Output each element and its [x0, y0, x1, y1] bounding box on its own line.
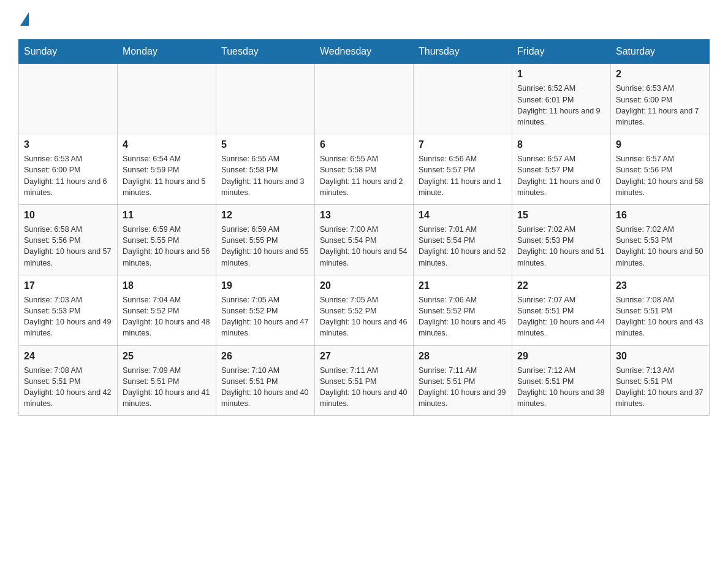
calendar-cell	[216, 64, 315, 134]
day-info: Sunrise: 6:53 AMSunset: 6:00 PMDaylight:…	[616, 83, 704, 128]
calendar-cell: 15Sunrise: 7:02 AMSunset: 5:53 PMDayligh…	[512, 204, 611, 275]
day-number: 8	[517, 138, 605, 151]
day-info: Sunrise: 7:01 AMSunset: 5:54 PMDaylight:…	[419, 224, 507, 269]
day-number: 16	[616, 209, 704, 222]
day-info: Sunrise: 7:13 AMSunset: 5:51 PMDaylight:…	[616, 365, 704, 410]
calendar-cell: 19Sunrise: 7:05 AMSunset: 5:52 PMDayligh…	[216, 275, 315, 345]
day-info: Sunrise: 6:59 AMSunset: 5:55 PMDaylight:…	[221, 224, 309, 269]
calendar-cell: 12Sunrise: 6:59 AMSunset: 5:55 PMDayligh…	[216, 204, 315, 275]
calendar-cell: 4Sunrise: 6:54 AMSunset: 5:59 PMDaylight…	[118, 134, 216, 204]
day-number: 19	[221, 279, 309, 293]
day-number: 9	[616, 138, 704, 151]
day-info: Sunrise: 6:57 AMSunset: 5:56 PMDaylight:…	[616, 153, 704, 198]
calendar-cell	[19, 64, 118, 134]
calendar-cell: 7Sunrise: 6:56 AMSunset: 5:57 PMDaylight…	[414, 134, 512, 204]
day-info: Sunrise: 7:08 AMSunset: 5:51 PMDaylight:…	[24, 365, 112, 410]
day-number: 10	[24, 209, 112, 222]
day-info: Sunrise: 7:12 AMSunset: 5:51 PMDaylight:…	[517, 365, 605, 410]
day-number: 26	[221, 350, 309, 363]
calendar-cell: 20Sunrise: 7:05 AMSunset: 5:52 PMDayligh…	[315, 275, 414, 345]
day-info: Sunrise: 7:00 AMSunset: 5:54 PMDaylight:…	[320, 224, 408, 269]
day-info: Sunrise: 7:02 AMSunset: 5:53 PMDaylight:…	[517, 224, 605, 269]
day-info: Sunrise: 6:58 AMSunset: 5:56 PMDaylight:…	[24, 224, 112, 269]
day-info: Sunrise: 7:09 AMSunset: 5:51 PMDaylight:…	[123, 365, 211, 410]
calendar-cell: 9Sunrise: 6:57 AMSunset: 5:56 PMDaylight…	[611, 134, 710, 204]
col-friday: Friday	[512, 40, 611, 64]
calendar-header-row: Sunday Monday Tuesday Wednesday Thursday…	[19, 40, 710, 64]
day-info: Sunrise: 6:55 AMSunset: 5:58 PMDaylight:…	[221, 153, 309, 198]
day-number: 14	[419, 209, 507, 222]
calendar-cell: 29Sunrise: 7:12 AMSunset: 5:51 PMDayligh…	[512, 345, 611, 416]
day-info: Sunrise: 6:54 AMSunset: 5:59 PMDaylight:…	[123, 153, 211, 198]
day-number: 25	[123, 350, 211, 363]
calendar-cell: 13Sunrise: 7:00 AMSunset: 5:54 PMDayligh…	[315, 204, 414, 275]
day-number: 7	[419, 138, 507, 151]
calendar-table: Sunday Monday Tuesday Wednesday Thursday…	[18, 39, 710, 416]
page-header	[18, 12, 710, 27]
calendar-cell: 5Sunrise: 6:55 AMSunset: 5:58 PMDaylight…	[216, 134, 315, 204]
calendar-cell: 14Sunrise: 7:01 AMSunset: 5:54 PMDayligh…	[414, 204, 512, 275]
calendar-cell: 17Sunrise: 7:03 AMSunset: 5:53 PMDayligh…	[19, 275, 118, 345]
day-number: 11	[123, 209, 211, 222]
day-info: Sunrise: 7:10 AMSunset: 5:51 PMDaylight:…	[221, 365, 309, 410]
day-number: 24	[24, 350, 112, 363]
day-info: Sunrise: 7:11 AMSunset: 5:51 PMDaylight:…	[320, 365, 408, 410]
logo-triangle-icon	[20, 12, 29, 26]
day-info: Sunrise: 7:03 AMSunset: 5:53 PMDaylight:…	[24, 294, 112, 339]
day-number: 23	[616, 279, 704, 293]
day-number: 20	[320, 279, 408, 293]
calendar-cell: 3Sunrise: 6:53 AMSunset: 6:00 PMDaylight…	[19, 134, 118, 204]
week-row-1: 1Sunrise: 6:52 AMSunset: 6:01 PMDaylight…	[19, 64, 710, 134]
calendar-cell: 8Sunrise: 6:57 AMSunset: 5:57 PMDaylight…	[512, 134, 611, 204]
col-saturday: Saturday	[611, 40, 710, 64]
calendar-cell: 24Sunrise: 7:08 AMSunset: 5:51 PMDayligh…	[19, 345, 118, 416]
calendar-cell: 16Sunrise: 7:02 AMSunset: 5:53 PMDayligh…	[611, 204, 710, 275]
day-info: Sunrise: 7:04 AMSunset: 5:52 PMDaylight:…	[123, 294, 211, 339]
col-wednesday: Wednesday	[315, 40, 414, 64]
day-info: Sunrise: 6:52 AMSunset: 6:01 PMDaylight:…	[517, 83, 605, 128]
day-number: 18	[123, 279, 211, 293]
day-info: Sunrise: 6:56 AMSunset: 5:57 PMDaylight:…	[419, 153, 507, 198]
day-number: 3	[24, 138, 112, 151]
day-info: Sunrise: 6:57 AMSunset: 5:57 PMDaylight:…	[517, 153, 605, 198]
calendar-cell: 21Sunrise: 7:06 AMSunset: 5:52 PMDayligh…	[414, 275, 512, 345]
day-number: 2	[616, 67, 704, 81]
day-number: 5	[221, 138, 309, 151]
calendar-cell	[414, 64, 512, 134]
calendar-cell: 22Sunrise: 7:07 AMSunset: 5:51 PMDayligh…	[512, 275, 611, 345]
day-number: 12	[221, 209, 309, 222]
calendar-cell: 25Sunrise: 7:09 AMSunset: 5:51 PMDayligh…	[118, 345, 216, 416]
day-number: 29	[517, 350, 605, 363]
day-info: Sunrise: 7:07 AMSunset: 5:51 PMDaylight:…	[517, 294, 605, 339]
week-row-3: 10Sunrise: 6:58 AMSunset: 5:56 PMDayligh…	[19, 204, 710, 275]
calendar-cell: 28Sunrise: 7:11 AMSunset: 5:51 PMDayligh…	[414, 345, 512, 416]
day-number: 27	[320, 350, 408, 363]
calendar-cell: 27Sunrise: 7:11 AMSunset: 5:51 PMDayligh…	[315, 345, 414, 416]
col-tuesday: Tuesday	[216, 40, 315, 64]
day-number: 13	[320, 209, 408, 222]
day-info: Sunrise: 7:06 AMSunset: 5:52 PMDaylight:…	[419, 294, 507, 339]
calendar-cell: 10Sunrise: 6:58 AMSunset: 5:56 PMDayligh…	[19, 204, 118, 275]
calendar-cell: 26Sunrise: 7:10 AMSunset: 5:51 PMDayligh…	[216, 345, 315, 416]
col-sunday: Sunday	[19, 40, 118, 64]
col-monday: Monday	[118, 40, 216, 64]
day-info: Sunrise: 7:05 AMSunset: 5:52 PMDaylight:…	[320, 294, 408, 339]
day-info: Sunrise: 7:11 AMSunset: 5:51 PMDaylight:…	[419, 365, 507, 410]
calendar-cell: 1Sunrise: 6:52 AMSunset: 6:01 PMDaylight…	[512, 64, 611, 134]
week-row-2: 3Sunrise: 6:53 AMSunset: 6:00 PMDaylight…	[19, 134, 710, 204]
col-thursday: Thursday	[414, 40, 512, 64]
day-number: 21	[419, 279, 507, 293]
calendar-cell	[118, 64, 216, 134]
logo	[18, 12, 29, 27]
day-info: Sunrise: 7:05 AMSunset: 5:52 PMDaylight:…	[221, 294, 309, 339]
calendar-cell: 11Sunrise: 6:59 AMSunset: 5:55 PMDayligh…	[118, 204, 216, 275]
day-number: 22	[517, 279, 605, 293]
day-number: 28	[419, 350, 507, 363]
day-info: Sunrise: 6:55 AMSunset: 5:58 PMDaylight:…	[320, 153, 408, 198]
day-number: 17	[24, 279, 112, 293]
day-info: Sunrise: 7:02 AMSunset: 5:53 PMDaylight:…	[616, 224, 704, 269]
week-row-5: 24Sunrise: 7:08 AMSunset: 5:51 PMDayligh…	[19, 345, 710, 416]
day-number: 30	[616, 350, 704, 363]
day-info: Sunrise: 6:59 AMSunset: 5:55 PMDaylight:…	[123, 224, 211, 269]
calendar-cell: 6Sunrise: 6:55 AMSunset: 5:58 PMDaylight…	[315, 134, 414, 204]
